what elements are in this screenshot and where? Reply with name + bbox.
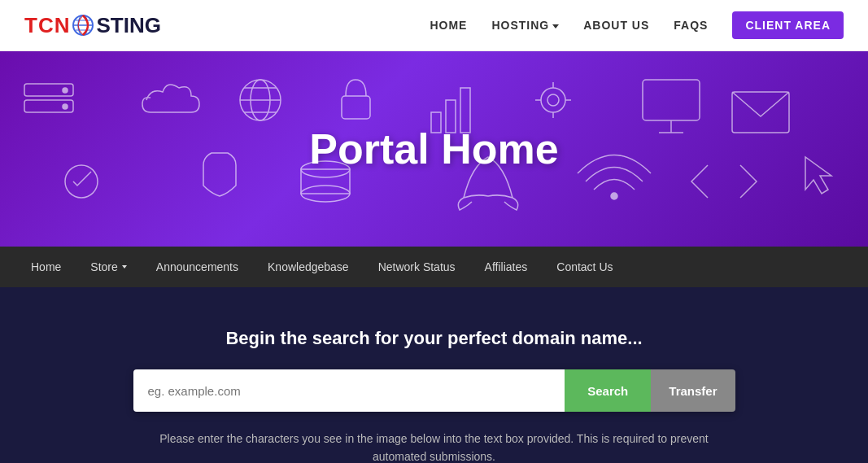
subnav-home[interactable]: Home	[16, 247, 76, 287]
svg-point-19	[547, 94, 559, 106]
top-nav-links: HOME HOSTING ABOUT US FAQS CLIENT AREA	[430, 11, 844, 39]
subnav-store[interactable]: Store	[76, 247, 141, 287]
svg-point-18	[541, 88, 565, 112]
nav-hosting-link[interactable]: HOSTING	[491, 19, 559, 32]
subnav-network-status[interactable]: Network Status	[364, 247, 470, 287]
nav-home-link[interactable]: HOME	[430, 19, 467, 32]
main-content: Begin the search for your perfect domain…	[0, 287, 868, 463]
svg-rect-27	[732, 92, 789, 133]
svg-rect-24	[643, 80, 700, 120]
subnav-contact-us[interactable]: Contact Us	[542, 247, 627, 287]
logo-tcn-text: TCN	[24, 13, 70, 38]
nav-home[interactable]: HOME	[430, 18, 467, 33]
svg-point-32	[611, 193, 617, 199]
nav-faqs-link[interactable]: FAQS	[674, 19, 708, 32]
hero-banner: Portal Home	[0, 51, 868, 247]
domain-search-heading: Begin the search for your perfect domain…	[225, 328, 642, 349]
search-button[interactable]: Search	[565, 369, 651, 412]
captcha-notice: Please enter the characters you see in t…	[150, 430, 719, 463]
nav-about[interactable]: ABOUT US	[583, 18, 649, 33]
subnav-announcements[interactable]: Announcements	[142, 247, 253, 287]
hero-title: Portal Home	[309, 124, 558, 173]
nav-faqs[interactable]: FAQS	[674, 18, 708, 33]
nav-client-area-link[interactable]: CLIENT AREA	[745, 19, 831, 32]
top-navigation: TCN STING HOME HOSTING ABOUT US FAQS CLI…	[0, 0, 868, 51]
nav-hosting[interactable]: HOSTING	[491, 19, 559, 32]
logo-hosting-text: STING	[96, 13, 160, 38]
svg-rect-14	[342, 96, 370, 119]
sub-navigation: Home Store Announcements Knowledgebase N…	[0, 247, 868, 287]
transfer-button[interactable]: Transfer	[651, 369, 735, 412]
logo-globe-icon	[72, 14, 94, 37]
logo[interactable]: TCN STING	[24, 13, 161, 38]
svg-point-8	[63, 104, 68, 109]
nav-client-area[interactable]: CLIENT AREA	[732, 11, 844, 39]
subnav-knowledgebase[interactable]: Knowledgebase	[253, 247, 364, 287]
hosting-chevron-icon	[552, 24, 559, 28]
nav-about-link[interactable]: ABOUT US	[583, 19, 649, 32]
svg-point-7	[63, 88, 68, 93]
domain-search-row: Search Transfer	[133, 369, 735, 412]
domain-search-input[interactable]	[133, 369, 565, 412]
store-chevron-icon	[122, 265, 127, 269]
subnav-affiliates[interactable]: Affiliates	[470, 247, 543, 287]
